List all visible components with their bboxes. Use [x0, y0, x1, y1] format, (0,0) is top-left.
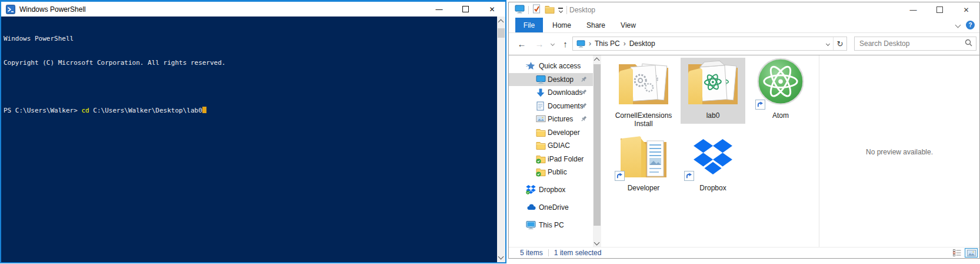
scroll-up-icon[interactable]	[594, 58, 600, 64]
toolbar-separator	[528, 6, 529, 14]
maximize-icon	[936, 6, 943, 13]
document-icon	[536, 101, 546, 111]
tab-view[interactable]: View	[613, 18, 644, 32]
sidebar-label: Dropbox	[539, 186, 565, 194]
sidebar-label: Quick access	[539, 62, 581, 70]
sidebar-item-ipad-folder[interactable]: iPad Folder	[509, 153, 593, 166]
preview-pane: No preview available.	[819, 55, 979, 248]
sidebar-item-documents[interactable]: Documents	[509, 100, 593, 113]
folder-icon	[536, 128, 546, 138]
large-icons-view-button[interactable]	[965, 248, 978, 258]
shortcut-arrow-icon	[684, 171, 694, 181]
sidebar-label: GDIAC	[548, 141, 570, 150]
ribbon-tab-bar: File Home Share View ?	[509, 18, 979, 33]
monitor-icon	[536, 75, 546, 85]
powershell-console[interactable]: Windows PowerShell Copyright (C) Microso…	[1, 16, 497, 262]
toolbar-separator	[566, 6, 567, 14]
download-arrow-icon	[536, 88, 546, 98]
sidebar-item-pictures[interactable]: Pictures	[509, 113, 593, 126]
console-output-line: Copyright (C) Microsoft Corporation. All…	[4, 59, 497, 67]
expand-ribbon-icon[interactable]	[955, 22, 961, 28]
sidebar-item-quick-access[interactable]: Quick access	[509, 60, 593, 73]
selection-count: 1 item selected	[554, 249, 602, 257]
minimize-button[interactable]: —	[900, 2, 926, 17]
file-cornellextensionsinstall[interactable]: CornellExtensionsInstall	[611, 58, 676, 128]
item-count: 5 items	[520, 249, 543, 257]
sidebar-item-public[interactable]: Public	[509, 166, 593, 179]
breadcrumb-this-pc[interactable]: This PC	[595, 39, 620, 48]
pin-icon	[580, 102, 588, 111]
console-cursor	[202, 107, 206, 113]
chevron-down-icon	[825, 41, 829, 45]
sidebar-label: OneDrive	[539, 203, 569, 212]
sidebar-label: iPad Folder	[548, 155, 584, 163]
sidebar-item-dropbox[interactable]: Dropbox	[509, 183, 593, 197]
search-input[interactable]	[855, 39, 965, 48]
powershell-scrollbar[interactable]	[497, 16, 505, 262]
refresh-button[interactable]: ↻	[833, 37, 846, 50]
this-pc-icon	[515, 5, 525, 16]
sidebar-item-gdiac[interactable]: GDIAC	[509, 139, 593, 153]
address-dropdown-button[interactable]	[822, 37, 833, 50]
up-button[interactable]: ↑	[558, 32, 572, 55]
file-label: Developer	[611, 184, 676, 192]
file-dropbox[interactable]: Dropbox	[681, 133, 745, 192]
file-label: Atom	[748, 111, 813, 120]
address-bar[interactable]: › This PC › Desktop ↻	[572, 37, 847, 51]
search-icon[interactable]	[965, 38, 972, 49]
breadcrumb-desktop[interactable]: Desktop	[629, 39, 655, 48]
back-button[interactable]: ←	[515, 32, 529, 55]
maximize-icon	[462, 6, 469, 12]
file-developer[interactable]: Developer	[611, 133, 676, 192]
close-button[interactable]: ✕	[953, 2, 979, 17]
explorer-titlebar: Desktop — ✕	[509, 2, 979, 18]
sidebar-item-downloads[interactable]: Downloads	[509, 86, 593, 100]
properties-button[interactable]	[532, 4, 541, 16]
console-command-argument: C:\Users\Walker\Desktop\lab0	[89, 107, 202, 114]
help-icon[interactable]: ?	[966, 21, 975, 29]
sidebar-item-desktop[interactable]: Desktop	[509, 73, 593, 87]
minimize-button[interactable]: —	[426, 2, 452, 16]
navigation-bar: ← → ↑ › This PC › Desktop ↻	[509, 32, 979, 55]
console-prompt-line: PS C:\Users\Walker> cd C:\Users\Walker\D…	[4, 107, 497, 115]
console-blank-line	[4, 82, 497, 91]
tab-file[interactable]: File	[515, 18, 543, 32]
sidebar-item-this-pc[interactable]: This PC	[509, 219, 593, 232]
sidebar-label: Desktop	[548, 75, 574, 84]
pin-icon	[580, 75, 588, 85]
powershell-app-icon	[6, 5, 15, 14]
powershell-titlebar: Windows PowerShell — ✕	[1, 2, 505, 16]
sidebar-item-developer[interactable]: Developer	[509, 126, 593, 140]
details-view-button[interactable]	[951, 248, 964, 258]
scroll-down-icon[interactable]	[498, 254, 504, 260]
tab-home[interactable]: Home	[546, 18, 577, 32]
sidebar-item-onedrive[interactable]: OneDrive	[509, 201, 593, 214]
powershell-window-title: Windows PowerShell	[19, 5, 86, 14]
forward-button[interactable]: →	[532, 32, 546, 55]
folder-icon	[536, 141, 546, 151]
search-box	[854, 37, 976, 51]
scroll-up-icon[interactable]	[498, 19, 504, 25]
sidebar-label: Developer	[548, 128, 580, 137]
sidebar-label: Public	[548, 168, 567, 176]
folder-synced-icon	[536, 154, 546, 164]
quick-access-toolbar	[515, 4, 567, 16]
maximize-button[interactable]	[452, 2, 479, 16]
new-folder-button[interactable]	[545, 5, 555, 16]
tab-share[interactable]: Share	[581, 18, 611, 32]
scrollbar-thumb[interactable]	[594, 64, 601, 226]
file-label: lab0	[681, 111, 745, 120]
quick-access-star-icon	[526, 61, 536, 71]
maximize-button[interactable]	[926, 2, 953, 17]
pin-icon	[580, 88, 588, 98]
file-lab0[interactable]: lab0	[681, 58, 745, 124]
scrollbar-thumb[interactable]	[498, 28, 505, 38]
sidebar-scrollbar[interactable]	[593, 55, 601, 248]
file-atom[interactable]: Atom	[748, 58, 813, 120]
preview-message: No preview available.	[819, 148, 979, 156]
scroll-down-icon[interactable]	[594, 240, 600, 246]
recent-locations-button[interactable]	[548, 32, 556, 55]
close-button[interactable]: ✕	[479, 2, 505, 16]
customize-toolbar-button[interactable]	[558, 8, 563, 12]
folder-synced-icon	[536, 167, 546, 177]
